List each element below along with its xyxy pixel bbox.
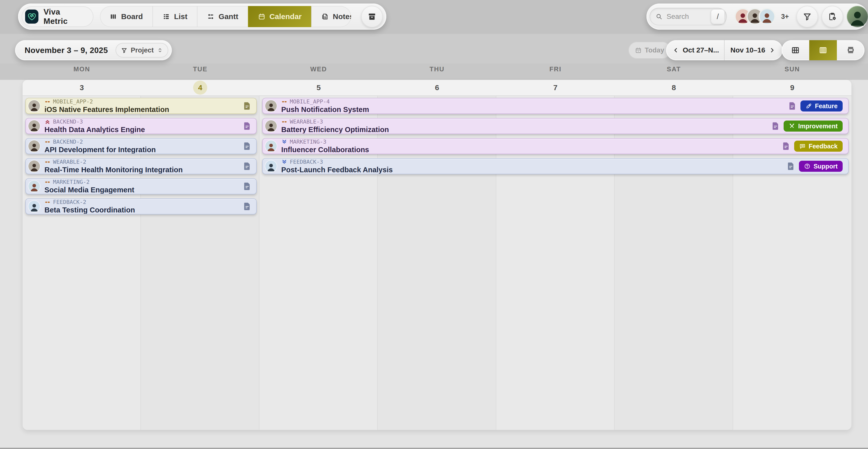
priority-highest-icon — [44, 119, 51, 125]
chevron-left-icon — [673, 47, 679, 54]
gantt-icon — [207, 13, 215, 20]
priority-medium-icon — [281, 119, 287, 125]
date-number: 7 — [548, 81, 562, 95]
date-cell[interactable]: 4 — [141, 80, 259, 95]
event-card[interactable]: MARKETING-2 Social Media Engagement — [25, 178, 257, 194]
search-input[interactable] — [666, 12, 707, 21]
event-text: MOBILE_APP-2 iOS Native Features Impleme… — [44, 99, 169, 113]
description-icon — [772, 122, 779, 130]
date-cell[interactable]: 6 — [378, 80, 496, 95]
priority-lowest-icon — [281, 139, 287, 145]
event-card[interactable]: BACKEND-2 API Development for Integratio… — [25, 138, 257, 154]
description-icon — [244, 182, 251, 190]
heart-pulse-icon — [25, 9, 38, 24]
app-title: Viva Metric — [43, 7, 84, 26]
event-text: MARKETING-3 Influencer Collaborations — [281, 139, 369, 154]
tab-board[interactable]: Board — [100, 6, 152, 27]
archive-button[interactable] — [361, 6, 383, 27]
tab-gantt[interactable]: Gantt — [197, 6, 248, 27]
assignee-avatar — [28, 120, 40, 132]
type-badge-label: Feedback — [809, 142, 838, 150]
ticket-id: MOBILE_APP-2 — [53, 99, 93, 104]
calendar-icon — [258, 13, 266, 20]
project-filter-dropdown[interactable]: Project — [116, 43, 168, 58]
collaborator-avatars[interactable] — [734, 8, 776, 25]
assignee-avatar — [265, 120, 277, 132]
event-card[interactable]: FEEDBACK-3 Post-Launch Feedback Analysis… — [262, 158, 849, 174]
date-range-bar: November 3 – 9, 2025 Project — [15, 40, 172, 60]
prev-week-label: Oct 27–N... — [683, 46, 719, 54]
board-settings-button[interactable] — [822, 6, 843, 27]
tab-notes[interactable]: Notes — [311, 6, 351, 27]
assignee-avatar — [28, 140, 40, 152]
date-cell[interactable]: 3 — [23, 80, 141, 95]
profile-avatar[interactable] — [847, 6, 868, 27]
tab-label: Board — [121, 12, 143, 21]
weekday-header: MON TUE WED THU FRI SAT SUN — [23, 65, 851, 73]
assignee-avatar — [28, 160, 40, 172]
weekday-label: SAT — [615, 65, 733, 73]
event-card[interactable]: BACKEND-3 Health Data Analytics Engine — [25, 118, 257, 134]
prev-week-button[interactable]: Oct 27–N... — [668, 46, 724, 54]
event-title: Health Data Analytics Engine — [44, 126, 145, 133]
list-icon — [162, 13, 170, 20]
weekday-label: MON — [23, 65, 141, 73]
tab-label: Notes — [333, 12, 351, 21]
search-shortcut-key: / — [711, 9, 725, 24]
today-label: Today — [645, 46, 664, 54]
chevron-up-down-icon — [157, 47, 163, 54]
week-view-button[interactable] — [809, 40, 837, 60]
ticket-id: WEARABLE-2 — [53, 159, 86, 165]
calendar-icon — [635, 47, 642, 54]
type-badge: Feedback — [794, 140, 843, 152]
assignee-avatar — [265, 140, 277, 152]
description-icon — [789, 102, 796, 110]
event-title: Beta Testing Coordination — [44, 206, 135, 214]
type-badge-label: Feature — [815, 102, 838, 110]
type-badge-label: Improvement — [798, 123, 838, 130]
priority-medium-icon — [281, 99, 287, 105]
date-number: 4 — [193, 81, 207, 95]
ticket-id: BACKEND-2 — [53, 139, 83, 145]
event-card[interactable]: MARKETING-3 Influencer Collaborations Fe… — [262, 138, 849, 154]
archive-icon — [367, 12, 376, 21]
funnel-icon — [121, 47, 127, 54]
event-card[interactable]: WEARABLE-2 Real-Time Health Monitoring I… — [25, 158, 257, 174]
date-cell[interactable]: 5 — [259, 80, 378, 95]
filter-button[interactable] — [797, 6, 818, 27]
date-cell[interactable]: 7 — [496, 80, 615, 95]
day-view-button[interactable] — [837, 40, 865, 60]
event-text: MOBILE_APP-4 Push Notification System — [281, 99, 369, 113]
event-text: WEARABLE-2 Real-Time Health Monitoring I… — [44, 159, 183, 173]
tab-list[interactable]: List — [152, 6, 197, 27]
next-week-button[interactable]: Nov 10–16 — [724, 46, 781, 54]
ticket-id: MARKETING-3 — [290, 139, 327, 145]
collaborators-overflow-count[interactable]: 3+ — [781, 13, 789, 21]
next-week-label: Nov 10–16 — [731, 46, 765, 54]
date-cell[interactable]: 9 — [733, 80, 851, 95]
tab-calendar[interactable]: Calendar — [248, 6, 311, 27]
event-card[interactable]: MOBILE_APP-4 Push Notification System Fe… — [262, 98, 849, 114]
app-logo[interactable]: Viva Metric — [22, 6, 93, 27]
speech-bubble-icon — [799, 143, 806, 150]
today-button[interactable]: Today — [628, 42, 671, 59]
person-icon — [848, 8, 867, 27]
date-cell[interactable]: 8 — [615, 80, 733, 95]
type-badge: Improvement — [784, 121, 843, 132]
priority-lowest-icon — [281, 159, 287, 165]
weekday-label: FRI — [496, 65, 615, 73]
project-filter-label: Project — [131, 46, 154, 54]
description-icon — [244, 162, 251, 170]
assignee-avatar — [265, 100, 277, 112]
event-card[interactable]: MOBILE_APP-2 iOS Native Features Impleme… — [25, 98, 257, 114]
assignee-avatar — [265, 160, 277, 172]
event-title: Push Notification System — [281, 106, 369, 113]
event-text: FEEDBACK-3 Post-Launch Feedback Analysis — [281, 159, 393, 173]
month-view-button[interactable] — [782, 40, 809, 60]
description-icon — [244, 202, 251, 211]
chevron-right-icon — [769, 47, 775, 54]
event-card[interactable]: WEARABLE-3 Battery Efficiency Optimizati… — [262, 118, 849, 134]
event-card[interactable]: FEEDBACK-2 Beta Testing Coordination — [25, 198, 257, 215]
event-title: API Development for Integration — [44, 146, 156, 154]
search-input-wrapper[interactable]: / — [650, 8, 727, 25]
